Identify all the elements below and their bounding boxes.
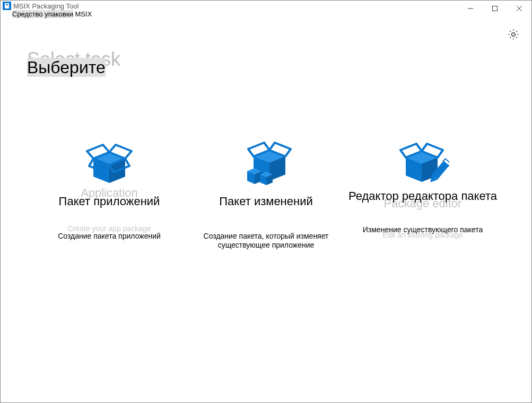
- maximize-button[interactable]: [483, 1, 507, 16]
- minimize-button[interactable]: [458, 1, 483, 16]
- card-desc-ru: Создание пакета, который изменяет сущест…: [189, 232, 343, 250]
- card-title-block: Пакет изменений: [189, 189, 343, 219]
- app-icon: [3, 2, 11, 10]
- box-with-packages-icon: [240, 133, 293, 186]
- window-controls: [458, 1, 531, 16]
- card-title-block: Package editor Редактор редактора пакета: [346, 189, 500, 219]
- card-desc-block: Edit an existing package Изменение сущес…: [346, 229, 500, 238]
- title-bar: MSIX Packaging Tool Средство упаковки MS…: [1, 1, 531, 16]
- card-title-block: Application Пакет приложений: [32, 189, 186, 219]
- card-desc-ru: Создание пакета приложений: [32, 232, 186, 241]
- card-modification-package[interactable]: Пакет изменений Создание пакета, который…: [189, 133, 343, 247]
- task-cards-row: Application Пакет приложений Create your…: [27, 133, 505, 247]
- svg-rect-4: [493, 6, 498, 11]
- card-desc-block: Создание пакета, который изменяет сущест…: [189, 229, 343, 247]
- card-desc-ru: Изменение существующего пакета: [346, 225, 500, 234]
- title-bar-left: MSIX Packaging Tool: [1, 1, 81, 11]
- svg-rect-1: [5, 3, 9, 8]
- card-package-editor[interactable]: Package editor Редактор редактора пакета…: [346, 133, 500, 247]
- card-title-ru: Пакет приложений: [32, 195, 186, 208]
- page-heading: Select task Выберите: [27, 48, 505, 91]
- close-button[interactable]: [507, 1, 531, 16]
- heading-ru: Выберите: [27, 58, 106, 77]
- card-title-ru: Пакет изменений: [189, 195, 343, 208]
- window-title-en: MSIX Packaging Tool: [13, 2, 79, 10]
- card-application-package[interactable]: Application Пакет приложений Create your…: [32, 133, 186, 247]
- svg-rect-2: [6, 4, 8, 5]
- main-content: Select task Выберите: [1, 16, 531, 247]
- window-title-ru: Средство упаковки MSIX: [12, 10, 92, 18]
- card-desc-block: Create your app package Создание пакета …: [32, 229, 186, 238]
- box-edit-icon: [396, 133, 449, 186]
- box-open-icon: [83, 133, 136, 186]
- card-title-ru: Редактор редактора пакета: [346, 189, 500, 203]
